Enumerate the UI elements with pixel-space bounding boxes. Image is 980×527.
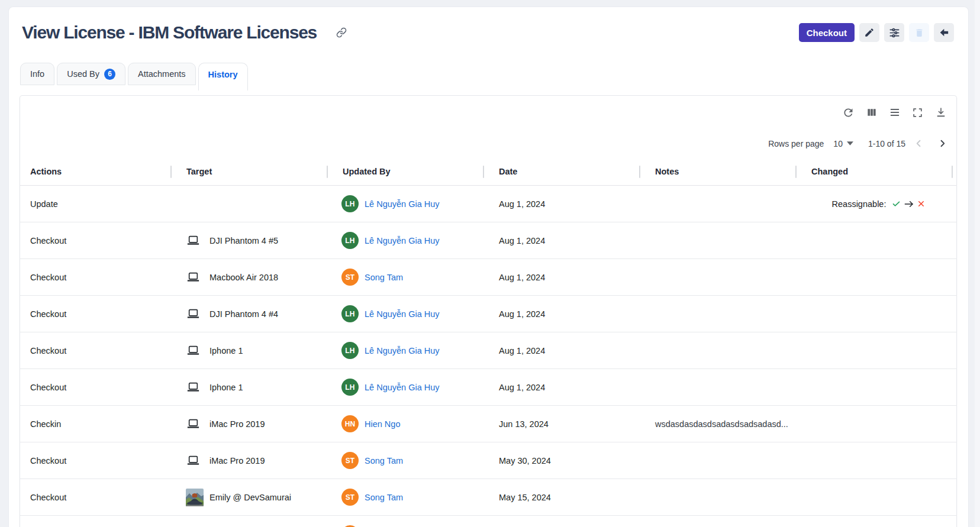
avatar: LH [341, 305, 359, 322]
link-icon[interactable] [336, 27, 347, 38]
download-button[interactable] [929, 101, 952, 124]
table-row[interactable]: Checkout DJI Ph [20, 296, 957, 332]
cell-action: Checkout [20, 456, 176, 465]
cell-action: Checkout [20, 346, 176, 355]
avatar: ST [341, 489, 359, 506]
rows-per-page-select[interactable]: 10 [833, 139, 853, 148]
cell-target: DJI Phantom 4 #5 [176, 235, 333, 245]
delete-button [909, 23, 929, 42]
user-link[interactable]: Hien Ngo [365, 419, 400, 429]
user-link[interactable]: Lê Nguyễn Gia Huy [365, 236, 440, 245]
avatar: LH [341, 195, 359, 212]
table-row[interactable]: Update [20, 186, 957, 222]
checkout-button[interactable]: Checkout [799, 23, 855, 42]
laptop-icon [187, 455, 199, 465]
column-header-changed[interactable]: Changed [801, 167, 957, 176]
column-separator[interactable] [795, 166, 797, 178]
column-separator[interactable] [952, 166, 953, 178]
cell-updated-by: LH Lê Nguyễn Gia Huy [333, 232, 489, 249]
table-body: Update [20, 186, 957, 527]
settings-button[interactable] [884, 23, 904, 42]
pencil-icon [864, 27, 875, 38]
tab-used-by[interactable]: Used By 6 [57, 63, 125, 85]
next-page-button[interactable] [930, 132, 954, 156]
cell-action: Update [20, 199, 176, 209]
tab-info[interactable]: Info [20, 63, 54, 85]
column-header-target[interactable]: Target [176, 167, 333, 176]
column-separator[interactable] [170, 166, 172, 178]
column-separator[interactable] [327, 166, 328, 178]
back-button[interactable] [934, 23, 954, 42]
cell-target: Iphone 1 [176, 382, 333, 392]
pagination-bar: Rows per page 10 1-10 of 15 [20, 129, 954, 158]
caret-down-icon [847, 141, 853, 146]
user-link[interactable]: Song Tam [365, 273, 403, 282]
fullscreen-button[interactable] [906, 101, 929, 124]
column-header-actions[interactable]: Actions [20, 167, 176, 176]
cell-notes: wsdasdasdasdsadasdsadsadasd... [645, 419, 801, 429]
user-link[interactable]: Song Tam [365, 493, 403, 502]
chevron-left-icon [913, 138, 924, 149]
cell-target: Iphone 1 [176, 345, 333, 355]
column-header-date[interactable]: Date [489, 167, 645, 176]
cell-updated-by: LH Lê Nguyễn Gia Huy [333, 379, 489, 396]
laptop-icon [187, 345, 199, 355]
cell-action: Checkout [20, 383, 176, 392]
avatar: LH [341, 232, 359, 249]
tab-attachments-label: Attachments [138, 69, 186, 79]
density-button[interactable] [883, 101, 906, 124]
column-header-updated-by[interactable]: Updated By [333, 167, 489, 176]
history-table-card: Rows per page 10 1-10 of 15 Actions [20, 95, 957, 527]
avatar: LH [341, 342, 359, 359]
column-separator[interactable] [639, 166, 640, 178]
user-link[interactable]: Lê Nguyễn Gia Huy [365, 383, 440, 392]
page-title: View License - IBM Software Licenses [22, 22, 317, 43]
tab-attachments[interactable]: Attachments [128, 63, 196, 85]
table-row[interactable] [20, 516, 957, 527]
table-row[interactable]: Checkout Iphone [20, 369, 957, 406]
cell-date: Aug 1, 2024 [489, 309, 645, 319]
tab-bar: Info Used By 6 Attachments History [20, 63, 248, 90]
chevron-right-icon [937, 138, 948, 149]
avatar: ST [341, 269, 359, 286]
grid-toolbar [20, 96, 952, 129]
cell-target: iMac Pro 2019 [176, 419, 333, 429]
user-link[interactable]: Song Tam [365, 456, 403, 465]
tab-used-by-label: Used By [67, 69, 99, 79]
cell-action: Checkout [20, 273, 176, 282]
table-row[interactable]: Checkin iMac Pr [20, 406, 957, 442]
cell-date: Aug 1, 2024 [489, 273, 645, 282]
cell-date: Jun 13, 2024 [489, 419, 645, 429]
changed-label: Reassignable: [832, 199, 886, 209]
cell-action: Checkout [20, 236, 176, 245]
table-row[interactable]: Checkout DJI Ph [20, 222, 957, 259]
refresh-button[interactable] [837, 101, 860, 124]
used-by-count-badge: 6 [104, 69, 115, 80]
cell-updated-by: LH Lê Nguyễn Gia Huy [333, 305, 489, 322]
user-link[interactable]: Lê Nguyễn Gia Huy [365, 309, 440, 319]
user-link[interactable]: Lê Nguyễn Gia Huy [365, 199, 440, 209]
table-row[interactable]: Checkout Emily [20, 479, 957, 516]
cell-date: Aug 1, 2024 [489, 383, 645, 392]
columns-icon [866, 106, 878, 118]
table-row[interactable]: Checkout Macboo [20, 259, 957, 296]
trash-icon [914, 28, 924, 38]
column-separator[interactable] [483, 166, 484, 178]
download-icon [935, 106, 947, 118]
tab-history[interactable]: History [198, 63, 248, 90]
laptop-icon [187, 382, 199, 392]
arrow-right-icon [904, 200, 914, 208]
edit-button[interactable] [859, 23, 879, 42]
column-header-notes[interactable]: Notes [645, 167, 801, 176]
tab-info-label: Info [30, 69, 44, 79]
cell-target: Macbook Air 2018 [176, 272, 333, 282]
refresh-icon [842, 106, 855, 119]
laptop-icon [187, 272, 199, 282]
pagination-range-label: 1-10 of 15 [868, 139, 905, 148]
rows-per-page-label: Rows per page [768, 139, 824, 148]
table-row[interactable]: Checkout iMac P [20, 442, 957, 479]
columns-button[interactable] [860, 101, 883, 124]
user-link[interactable]: Lê Nguyễn Gia Huy [365, 346, 440, 355]
table-row[interactable]: Checkout Iphone [20, 332, 957, 369]
cell-action: Checkin [20, 419, 176, 429]
